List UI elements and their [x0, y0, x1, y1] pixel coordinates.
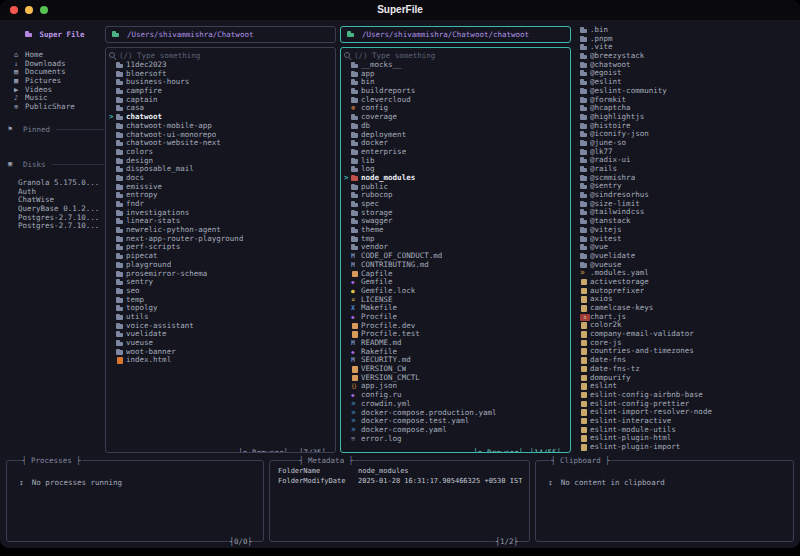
preview-file-row[interactable]: @vueuse	[578, 261, 796, 270]
file-row[interactable]: bloersoft	[109, 70, 333, 79]
file-row[interactable]: MCODE_OF_CONDUCT.md	[344, 252, 568, 261]
preview-file-row[interactable]: activestorage	[578, 278, 796, 287]
panel2-search-input[interactable]: (/) Type something	[344, 51, 568, 60]
disk-item[interactable]: QueryBase 0.1.2...	[6, 205, 104, 214]
file-row[interactable]: investigations	[109, 209, 333, 218]
preview-file-row[interactable]: color2k	[578, 321, 796, 330]
file-row[interactable]: theme	[344, 226, 568, 235]
file-row[interactable]: VERSION_CMCTL	[344, 374, 568, 383]
file-row[interactable]: ◆Rakefile	[344, 348, 568, 357]
preview-file-row[interactable]: @scmmishra	[578, 174, 796, 183]
preview-file-row[interactable]: @chatwoot	[578, 61, 796, 70]
file-row[interactable]: »docker-compose.test.yaml	[344, 417, 568, 426]
preview-file-row[interactable]: @sindresorhus	[578, 191, 796, 200]
preview-file-row[interactable]: eslint-interactive	[578, 417, 796, 426]
file-row[interactable]: MCONTRIBUTING.md	[344, 261, 568, 270]
disk-item[interactable]: Postgres-2.7.10...	[6, 214, 104, 223]
file-row[interactable]: buildreports	[344, 87, 568, 96]
file-row[interactable]: seo	[109, 287, 333, 296]
file-row[interactable]: app	[344, 70, 568, 79]
file-row[interactable]: prosemirror-schema	[109, 270, 333, 279]
file-row[interactable]: >node_modules	[344, 174, 568, 183]
file-row[interactable]: colors	[109, 148, 333, 157]
file-row[interactable]: sentry	[109, 278, 333, 287]
preview-file-row[interactable]: @june-so	[578, 139, 796, 148]
sidebar-item[interactable]: ⌂Home	[6, 51, 104, 60]
preview-file-row[interactable]: @lk77	[578, 148, 796, 157]
preview-file-row[interactable]: @vuelidate	[578, 252, 796, 261]
file-row[interactable]: captain	[109, 96, 333, 105]
file-row[interactable]: index.html	[109, 356, 333, 365]
file-row[interactable]: tmp	[344, 235, 568, 244]
file-row[interactable]: ¤LICENSE	[344, 296, 568, 305]
preview-file-row[interactable]: camelcase-keys	[578, 304, 796, 313]
file-row[interactable]: disposable_mail	[109, 165, 333, 174]
preview-file-row[interactable]: axios	[578, 295, 796, 304]
panel1-search-input[interactable]: (/) Type something	[109, 51, 333, 60]
preview-file-row[interactable]: .bin	[578, 26, 796, 35]
file-row[interactable]: 11dec2023	[109, 61, 333, 70]
file-row[interactable]: business-hours	[109, 78, 333, 87]
file-row[interactable]: vueuse	[109, 339, 333, 348]
disk-item[interactable]: ChatWise	[6, 196, 104, 205]
file-row[interactable]: ◆Gemfile	[344, 278, 568, 287]
preview-file-row[interactable]: @eslint	[578, 78, 796, 87]
file-row[interactable]: rubocop	[344, 191, 568, 200]
file-row[interactable]: »crowdin.yml	[344, 400, 568, 409]
preview-file-row[interactable]: eslint-plugin-html	[578, 434, 796, 443]
file-row[interactable]: ≡error.log	[344, 435, 568, 444]
preview-file-row[interactable]: date-fns-tz	[578, 365, 796, 374]
preview-file-row[interactable]: @size-limit	[578, 200, 796, 209]
preview-file-row[interactable]: eslint	[578, 382, 796, 391]
file-row[interactable]: linear-stats	[109, 217, 333, 226]
file-row[interactable]: next-app-router-playground	[109, 235, 333, 244]
preview-file-row[interactable]: @breezystack	[578, 52, 796, 61]
sidebar-item[interactable]: ⊕PublicShare	[6, 103, 104, 112]
file-row[interactable]: fndr	[109, 200, 333, 209]
preview-file-row[interactable]: @egoist	[578, 69, 796, 78]
sidebar-item[interactable]: ▶Videos	[6, 86, 104, 95]
file-row[interactable]: __mocks__	[344, 61, 568, 70]
disk-item[interactable]: Postgres-2.7.10...	[6, 222, 104, 231]
file-row[interactable]: ◆Procfile	[344, 313, 568, 322]
file-row[interactable]: log	[344, 165, 568, 174]
file-row[interactable]: voice-assistant	[109, 322, 333, 331]
file-row[interactable]: vuelidate	[109, 330, 333, 339]
preview-file-row[interactable]: nchart.js	[578, 313, 796, 322]
file-row[interactable]: utils	[109, 313, 333, 322]
file-row[interactable]: »docker-compose.production.yaml	[344, 409, 568, 418]
file-row[interactable]: lib	[344, 157, 568, 166]
preview-file-row[interactable]: @vue	[578, 243, 796, 252]
file-row[interactable]: storage	[344, 209, 568, 218]
file-row[interactable]: emissive	[109, 183, 333, 192]
file-row[interactable]: {}app.json	[344, 382, 568, 391]
file-row[interactable]: casa	[109, 104, 333, 113]
sidebar-item[interactable]: ▦Pictures	[6, 77, 104, 86]
preview-file-row[interactable]: @sentry	[578, 182, 796, 191]
file-row[interactable]: pipecat	[109, 252, 333, 261]
file-row[interactable]: bin	[344, 78, 568, 87]
preview-file-row[interactable]: @tanstack	[578, 217, 796, 226]
preview-file-row[interactable]: eslint-config-airbnb-base	[578, 391, 796, 400]
file-row[interactable]: chatwoot-website-next	[109, 139, 333, 148]
disk-item[interactable]: Auth	[6, 188, 104, 197]
file-row[interactable]: playground	[109, 261, 333, 270]
panel1-path-bar[interactable]: /Users/shivammishra/Chatwoot	[105, 26, 336, 43]
preview-file-row[interactable]: autoprefixer	[578, 287, 796, 296]
sidebar-item[interactable]: ↓Downloads	[6, 60, 104, 69]
file-row[interactable]: ⊛config	[344, 104, 568, 113]
file-row[interactable]: temp	[109, 296, 333, 305]
file-row[interactable]: chatwoot-ui-monorepo	[109, 131, 333, 140]
file-row[interactable]: docs	[109, 174, 333, 183]
file-row[interactable]: >chatwoot	[109, 113, 333, 122]
file-row[interactable]: db	[344, 122, 568, 131]
file-row[interactable]: MSECURITY.md	[344, 356, 568, 365]
file-row[interactable]: docker	[344, 139, 568, 148]
preview-file-row[interactable]: dompurify	[578, 374, 796, 383]
preview-file-row[interactable]: @vitest	[578, 235, 796, 244]
sidebar-item[interactable]: ♪Music	[6, 94, 104, 103]
file-row[interactable]: enterprise	[344, 148, 568, 157]
file-row[interactable]: VERSION_CW	[344, 365, 568, 374]
file-row[interactable]: MREADME.md	[344, 339, 568, 348]
file-row[interactable]: perf-scripts	[109, 243, 333, 252]
